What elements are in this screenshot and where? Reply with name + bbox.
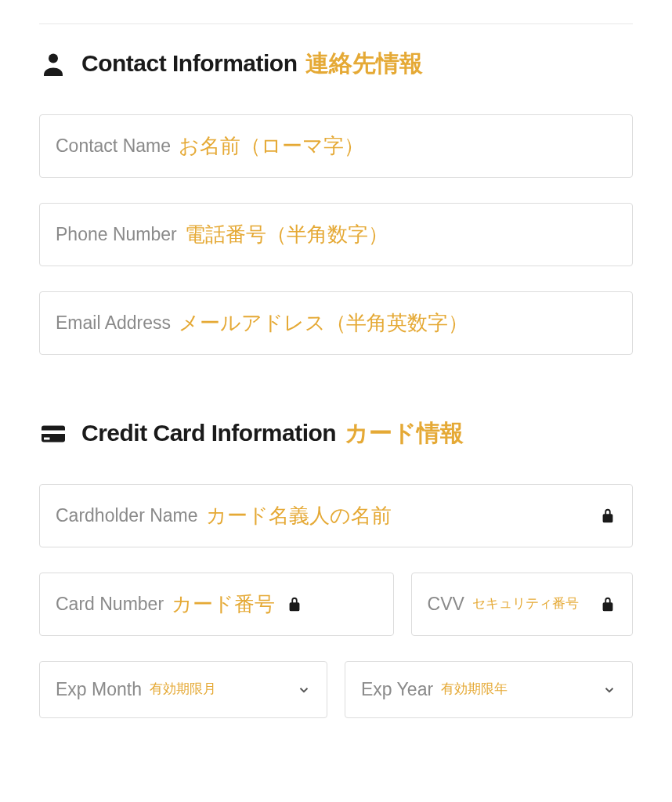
chevron-down-icon bbox=[297, 683, 311, 697]
lock-icon bbox=[286, 596, 303, 613]
card-title-wrap: Credit Card Information カード情報 bbox=[81, 417, 464, 450]
lock-icon bbox=[599, 596, 616, 613]
card-number-label-en: Card Number bbox=[56, 594, 164, 615]
contact-title-en: Contact Information bbox=[81, 50, 298, 76]
card-number-label-jp: カード番号 bbox=[172, 591, 275, 618]
cardholder-name-field[interactable]: Cardholder Name カード名義人の名前 bbox=[39, 484, 633, 547]
exp-month-label-jp: 有効期限月 bbox=[150, 681, 216, 697]
exp-year-label-en: Exp Year bbox=[361, 679, 433, 700]
contact-name-label-jp: お名前（ローマ字） bbox=[179, 132, 364, 160]
exp-year-label-jp: 有効期限年 bbox=[441, 681, 508, 697]
top-divider bbox=[39, 23, 633, 24]
card-title-jp: カード情報 bbox=[345, 420, 464, 446]
chevron-down-icon bbox=[602, 683, 616, 697]
cvv-label-en: CVV bbox=[428, 594, 464, 615]
email-label-en: Email Address bbox=[56, 312, 171, 334]
lock-icon bbox=[599, 508, 616, 525]
email-label-jp: メールアドレス（半角英数字） bbox=[179, 309, 468, 337]
contact-name-label-en: Contact Name bbox=[56, 135, 171, 157]
cardholder-label-en: Cardholder Name bbox=[56, 505, 198, 526]
phone-label-jp: 電話番号（半角数字） bbox=[185, 221, 388, 248]
card-number-field[interactable]: Card Number カード番号 bbox=[39, 573, 394, 636]
contact-title-jp: 連絡先情報 bbox=[305, 50, 423, 76]
exp-month-label-en: Exp Month bbox=[56, 679, 142, 700]
exp-year-select[interactable]: Exp Year 有効期限年 bbox=[345, 661, 633, 718]
email-address-field[interactable]: Email Address メールアドレス（半角英数字） bbox=[39, 291, 633, 355]
contact-name-field[interactable]: Contact Name お名前（ローマ字） bbox=[39, 114, 633, 178]
cvv-label-jp: セキュリティ番号 bbox=[472, 596, 579, 612]
svg-rect-3 bbox=[44, 437, 50, 439]
exp-month-select[interactable]: Exp Month 有効期限月 bbox=[39, 661, 327, 718]
phone-number-field[interactable]: Phone Number 電話番号（半角数字） bbox=[39, 203, 633, 266]
svg-rect-2 bbox=[42, 430, 65, 434]
card-title-en: Credit Card Information bbox=[81, 420, 336, 446]
user-icon bbox=[39, 50, 67, 78]
card-section: Credit Card Information カード情報 Cardholder… bbox=[39, 417, 633, 718]
credit-card-icon bbox=[39, 420, 67, 448]
cardholder-label-jp: カード名義人の名前 bbox=[206, 502, 392, 529]
contact-header: Contact Information 連絡先情報 bbox=[39, 48, 633, 80]
svg-point-0 bbox=[49, 53, 58, 63]
contact-title-wrap: Contact Information 連絡先情報 bbox=[81, 48, 423, 80]
cvv-field[interactable]: CVV セキュリティ番号 bbox=[411, 573, 633, 636]
contact-section: Contact Information 連絡先情報 Contact Name お… bbox=[39, 48, 633, 355]
phone-label-en: Phone Number bbox=[56, 224, 177, 245]
card-header: Credit Card Information カード情報 bbox=[39, 417, 633, 450]
